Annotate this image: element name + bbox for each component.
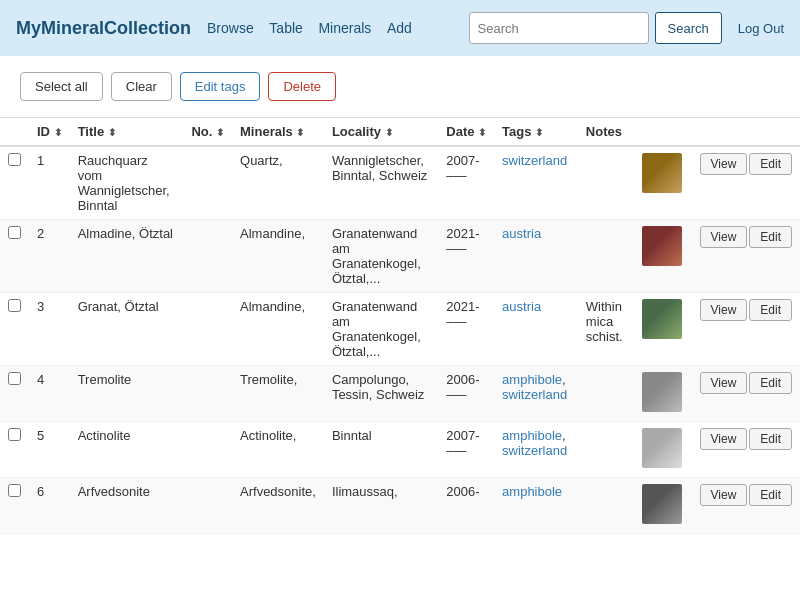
- header-locality[interactable]: Locality ⬍: [324, 118, 438, 147]
- toolbar: Select all Clear Edit tags Delete: [0, 56, 800, 117]
- cell-minerals: Almandine,: [232, 220, 324, 293]
- row-checkbox[interactable]: [8, 428, 21, 441]
- header-tags[interactable]: Tags ⬍: [494, 118, 578, 147]
- cell-notes: [578, 478, 634, 534]
- cell-notes: [578, 366, 634, 422]
- tag-link[interactable]: austria: [502, 299, 541, 314]
- cell-title: Granat, Ötztal: [70, 293, 184, 366]
- tag-link[interactable]: switzerland: [502, 443, 567, 458]
- header-notes: Notes: [578, 118, 634, 147]
- cell-actions: ViewEdit: [690, 422, 800, 478]
- edit-tags-button[interactable]: Edit tags: [180, 72, 261, 101]
- tag-link[interactable]: switzerland: [502, 387, 567, 402]
- cell-no: [183, 293, 232, 366]
- edit-button[interactable]: Edit: [749, 484, 792, 506]
- row-checkbox[interactable]: [8, 299, 21, 312]
- cell-locality: Granatenwand am Granatenkogel, Ötztal,..…: [324, 293, 438, 366]
- edit-button[interactable]: Edit: [749, 428, 792, 450]
- cell-tags: austria: [494, 293, 578, 366]
- header-no[interactable]: No. ⬍: [183, 118, 232, 147]
- view-button[interactable]: View: [700, 153, 748, 175]
- table-row: 1Rauchquarz vom Wannigletscher, BinntalQ…: [0, 146, 800, 220]
- cell-date: 2021- –—: [438, 293, 494, 366]
- mineral-thumbnail: [642, 226, 682, 266]
- nav-minerals[interactable]: Minerals: [318, 20, 371, 36]
- brand-link[interactable]: MyMineralCollection: [16, 18, 191, 39]
- edit-button[interactable]: Edit: [749, 226, 792, 248]
- cell-minerals: Quartz,: [232, 146, 324, 220]
- table-header-row: ID ⬍ Title ⬍ No. ⬍ Minerals ⬍ Locality ⬍…: [0, 118, 800, 147]
- cell-actions: ViewEdit: [690, 366, 800, 422]
- search-input[interactable]: [469, 12, 649, 44]
- cell-actions: ViewEdit: [690, 146, 800, 220]
- table-row: 4TremoliteTremolite,Campolungo, Tessin, …: [0, 366, 800, 422]
- tag-link[interactable]: amphibole: [502, 484, 562, 499]
- cell-locality: Ilimaussaq,: [324, 478, 438, 534]
- cell-actions: ViewEdit: [690, 220, 800, 293]
- table-row: 5ActinoliteActinolite,Binntal2007- –—amp…: [0, 422, 800, 478]
- cell-date: 2021- –—: [438, 220, 494, 293]
- header-id[interactable]: ID ⬍: [29, 118, 70, 147]
- cell-no: [183, 366, 232, 422]
- nav-table[interactable]: Table: [269, 20, 302, 36]
- select-all-button[interactable]: Select all: [20, 72, 103, 101]
- row-checkbox[interactable]: [8, 484, 21, 497]
- main-nav: Browse Table Minerals Add: [207, 20, 424, 36]
- cell-title: Almadine, Ötztal: [70, 220, 184, 293]
- minerals-table: ID ⬍ Title ⬍ No. ⬍ Minerals ⬍ Locality ⬍…: [0, 117, 800, 534]
- clear-button[interactable]: Clear: [111, 72, 172, 101]
- table-row: 3Granat, ÖtztalAlmandine,Granatenwand am…: [0, 293, 800, 366]
- header-checkbox: [0, 118, 29, 147]
- cell-minerals: Actinolite,: [232, 422, 324, 478]
- cell-tags: amphibole, switzerland: [494, 366, 578, 422]
- cell-title: Tremolite: [70, 366, 184, 422]
- cell-title: Arfvedsonite: [70, 478, 184, 534]
- view-button[interactable]: View: [700, 226, 748, 248]
- mineral-thumbnail: [642, 484, 682, 524]
- edit-button[interactable]: Edit: [749, 299, 792, 321]
- edit-button[interactable]: Edit: [749, 153, 792, 175]
- row-checkbox[interactable]: [8, 372, 21, 385]
- delete-button[interactable]: Delete: [268, 72, 336, 101]
- cell-minerals: Almandine,: [232, 293, 324, 366]
- mineral-thumbnail: [642, 153, 682, 193]
- cell-date: 2007- –—: [438, 146, 494, 220]
- cell-image: [634, 422, 690, 478]
- row-checkbox[interactable]: [8, 153, 21, 166]
- tag-link[interactable]: austria: [502, 226, 541, 241]
- cell-no: [183, 220, 232, 293]
- tag-link[interactable]: amphibole: [502, 428, 562, 443]
- cell-locality: Wannigletscher, Binntal, Schweiz: [324, 146, 438, 220]
- cell-minerals: Tremolite,: [232, 366, 324, 422]
- nav-browse[interactable]: Browse: [207, 20, 254, 36]
- cell-id: 5: [29, 422, 70, 478]
- cell-date: 2007- –—: [438, 422, 494, 478]
- search-button[interactable]: Search: [655, 12, 722, 44]
- header-minerals[interactable]: Minerals ⬍: [232, 118, 324, 147]
- view-button[interactable]: View: [700, 372, 748, 394]
- cell-notes: [578, 422, 634, 478]
- cell-image: [634, 220, 690, 293]
- cell-title: Actinolite: [70, 422, 184, 478]
- cell-actions: ViewEdit: [690, 293, 800, 366]
- cell-notes: [578, 220, 634, 293]
- cell-minerals: Arfvedsonite,: [232, 478, 324, 534]
- tag-link[interactable]: amphibole: [502, 372, 562, 387]
- view-button[interactable]: View: [700, 484, 748, 506]
- header-date[interactable]: Date ⬍: [438, 118, 494, 147]
- table-row: 6ArfvedsoniteArfvedsonite,Ilimaussaq,200…: [0, 478, 800, 534]
- view-button[interactable]: View: [700, 299, 748, 321]
- cell-no: [183, 146, 232, 220]
- edit-button[interactable]: Edit: [749, 372, 792, 394]
- cell-no: [183, 478, 232, 534]
- cell-image: [634, 146, 690, 220]
- logout-link[interactable]: Log Out: [738, 21, 784, 36]
- tag-link[interactable]: switzerland: [502, 153, 567, 168]
- nav-add[interactable]: Add: [387, 20, 412, 36]
- view-button[interactable]: View: [700, 428, 748, 450]
- row-checkbox[interactable]: [8, 226, 21, 239]
- header-title[interactable]: Title ⬍: [70, 118, 184, 147]
- cell-tags: amphibole, switzerland: [494, 422, 578, 478]
- mineral-thumbnail: [642, 299, 682, 339]
- cell-image: [634, 366, 690, 422]
